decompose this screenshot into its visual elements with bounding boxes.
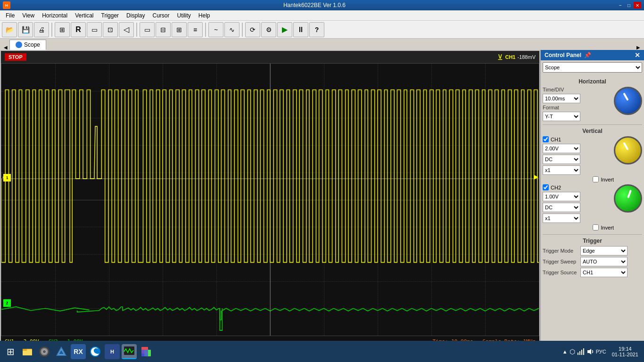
taskbar-hantek[interactable]: H xyxy=(105,344,120,359)
toolbar-sep4 xyxy=(242,23,243,37)
svg-rect-19 xyxy=(581,350,582,355)
minimize-button[interactable]: − xyxy=(617,2,624,8)
tray-language[interactable]: РУС xyxy=(596,349,606,354)
svg-rect-16 xyxy=(141,350,148,356)
toolbar-cursor3[interactable]: ⊞ xyxy=(172,22,187,37)
close-button[interactable]: ✕ xyxy=(634,2,641,8)
taskbar-rx[interactable]: RX xyxy=(71,344,86,359)
app-icon: H xyxy=(3,1,10,9)
toolbar-open[interactable]: 📂 xyxy=(2,22,17,37)
time-div-select[interactable]: 10.00ms xyxy=(543,94,580,103)
scope-tab-icon xyxy=(16,41,22,48)
control-panel-title: Control Panel xyxy=(545,52,581,58)
ch1-knob-area xyxy=(614,136,642,165)
toolbar-refresh[interactable]: ⟳ xyxy=(245,22,260,37)
toolbar-triangle[interactable]: ◁ xyxy=(119,22,134,37)
taskbar-oscilloscope[interactable] xyxy=(122,344,137,359)
stop-button[interactable]: STOP xyxy=(5,53,26,61)
taskbar-edge[interactable] xyxy=(88,344,103,359)
ch1-volt-select[interactable]: 2.00V xyxy=(543,144,580,153)
tray-network-icon[interactable] xyxy=(577,348,585,355)
toolbar-help[interactable]: ? xyxy=(309,22,324,37)
taskbar-ardupilot[interactable] xyxy=(54,344,69,359)
toolbar-square[interactable]: ▭ xyxy=(87,22,102,37)
toolbar-grid[interactable]: ⊞ xyxy=(55,22,70,37)
start-button[interactable]: ⊞ xyxy=(3,344,18,359)
ch2-checkbox[interactable] xyxy=(543,184,549,190)
toolbar-save[interactable]: 💾 xyxy=(18,22,33,37)
ch1-left: CH1 2.00V DC x1 xyxy=(543,136,614,184)
toolbar-cursor2[interactable]: ⊟ xyxy=(156,22,171,37)
ch1-checkbox-row: CH1 xyxy=(543,136,614,142)
trigger-mode-label: Trigger Mode xyxy=(543,248,580,254)
menu-horizontal[interactable]: Horizontal xyxy=(38,11,71,20)
ch2-volt-select[interactable]: 1.00V xyxy=(543,192,580,201)
menu-help[interactable]: Help xyxy=(195,11,214,20)
oscilloscope-display[interactable]: 1 2 ◀ ▶ xyxy=(1,63,539,336)
toolbar: 📂 💾 🖨 ⊞ R ▭ ⊡ ◁ ▭ ⊟ ⊞ ≡ ~ ∿ ⟳ ⚙ ▶ ⏸ ? xyxy=(0,21,644,39)
time-div-select-row: 10.00ms xyxy=(543,94,614,103)
clock-time: 19:14 xyxy=(619,346,632,352)
tray-bluetooth[interactable]: ⬡ xyxy=(570,348,575,355)
svg-rect-4 xyxy=(23,349,27,351)
maximize-button[interactable]: □ xyxy=(625,2,633,8)
ch1-probe-select[interactable]: x1 xyxy=(543,165,580,175)
menu-bar: File View Horizontal Vertical Trigger Di… xyxy=(0,10,644,21)
tab-arrow-right[interactable]: ▶ xyxy=(635,45,642,50)
main-area: STOP ⊻ CH1 -188mV xyxy=(0,50,644,347)
ch1-invert-checkbox[interactable] xyxy=(593,176,599,182)
ch1-vertical-knob[interactable] xyxy=(614,136,642,165)
tab-scope[interactable]: Scope xyxy=(9,40,46,50)
menu-utility[interactable]: Utility xyxy=(173,11,194,20)
tray-up-arrow[interactable]: ▲ xyxy=(562,349,568,354)
ch2-left: CH2 1.00V DC x1 xyxy=(543,184,614,232)
ch1-value: -188mV xyxy=(517,54,536,60)
toolbar-run[interactable]: ▶ xyxy=(277,22,292,37)
menu-trigger[interactable]: Trigger xyxy=(98,11,123,20)
ch1-cursor-icon: ⊻ xyxy=(497,53,503,62)
ch2-probe-select[interactable]: x1 xyxy=(543,214,580,223)
trigger-sweep-select[interactable]: AUTO xyxy=(580,257,627,266)
toolbar-print[interactable]: 🖨 xyxy=(34,22,49,37)
tray-volume-icon[interactable] xyxy=(586,348,594,355)
toolbar-sine[interactable]: ∿ xyxy=(224,22,239,37)
pin-button[interactable]: 📌 xyxy=(584,52,591,58)
format-select[interactable]: Y-T xyxy=(543,112,580,121)
tab-arrow-left[interactable]: ◀ xyxy=(2,45,9,50)
ch1-checkbox[interactable] xyxy=(543,136,549,142)
menu-file[interactable]: File xyxy=(2,11,18,20)
ch2-vertical-knob[interactable] xyxy=(614,184,642,213)
menu-cursor[interactable]: Cursor xyxy=(149,11,173,20)
trigger-marker-left: ◀ xyxy=(2,174,6,180)
toolbar-double[interactable]: ⊡ xyxy=(103,22,118,37)
toolbar-sep2 xyxy=(136,23,137,37)
toolbar-settings[interactable]: ⚙ xyxy=(261,22,276,37)
cp-close-button[interactable]: ✕ xyxy=(635,51,640,59)
trigger-marker-right: ▶ xyxy=(534,174,538,180)
ch2-invert-row: Invert xyxy=(543,224,614,230)
ch2-coupling-select[interactable]: DC xyxy=(543,203,580,212)
ch1-coupling-select[interactable]: DC xyxy=(543,155,580,164)
trigger-source-select[interactable]: CH1 xyxy=(580,268,627,277)
menu-vertical[interactable]: Vertical xyxy=(71,11,97,20)
taskbar-paint[interactable] xyxy=(139,344,154,359)
trigger-source-row: Trigger Source CH1 xyxy=(543,268,642,277)
taskbar-antivirus[interactable] xyxy=(37,344,52,359)
system-clock[interactable]: 19:14 01-11-2021 xyxy=(608,346,642,357)
scope-type-select[interactable]: Scope xyxy=(543,62,642,73)
ch2-level-marker[interactable]: 2 xyxy=(3,299,11,307)
horizontal-knob[interactable] xyxy=(614,87,642,115)
toolbar-pause[interactable]: ⏸ xyxy=(293,22,308,37)
toolbar-cursor1[interactable]: ▭ xyxy=(140,22,155,37)
toolbar-reset[interactable]: R xyxy=(71,22,86,37)
menu-display[interactable]: Display xyxy=(123,11,149,20)
trigger-mode-row: Trigger Mode Edge xyxy=(543,246,642,255)
trigger-mode-select[interactable]: Edge xyxy=(580,246,627,255)
menu-view[interactable]: View xyxy=(18,11,38,20)
svg-rect-17 xyxy=(578,353,578,355)
ch2-invert-checkbox[interactable] xyxy=(593,224,599,230)
toolbar-bars[interactable]: ≡ xyxy=(188,22,203,37)
taskbar-file-explorer[interactable] xyxy=(20,344,35,359)
tab-bar: ◀ Scope ▶ xyxy=(0,39,644,50)
toolbar-sine-off[interactable]: ~ xyxy=(208,22,223,37)
